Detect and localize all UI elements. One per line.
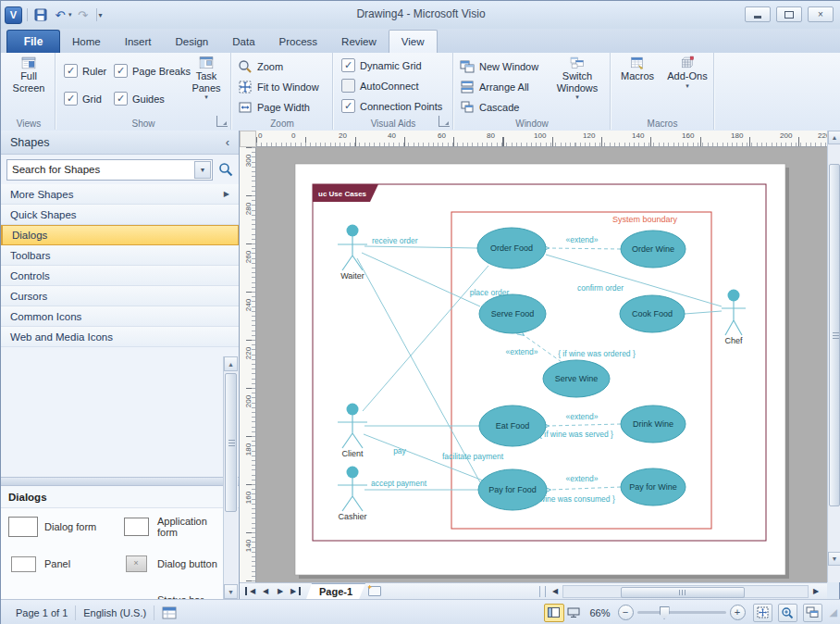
tab-design[interactable]: Design	[163, 31, 220, 53]
horizontal-scrollbar-thumb[interactable]	[621, 587, 745, 598]
tab-data[interactable]: Data	[220, 31, 266, 53]
use-case-cook-food: Cook Food	[620, 295, 685, 332]
use-case-serve-wine: Serve Wine	[543, 360, 610, 397]
zoom-slider[interactable]	[637, 611, 726, 614]
visio-app-icon[interactable]: V	[5, 6, 22, 24]
fit-to-window-button[interactable]: Fit to Window	[238, 79, 319, 94]
stencil-scrollbar[interactable]: ▲ ▼	[223, 356, 238, 599]
page-width-button[interactable]: Page Width	[238, 99, 310, 115]
dialog-button-icon: ×	[121, 555, 151, 572]
drawing-canvas[interactable]: uc Use Cases System boundary	[256, 147, 827, 582]
stencil-tab-common-icons[interactable]: Common Icons	[1, 306, 239, 327]
restore-button[interactable]	[776, 6, 802, 22]
fit-page-button[interactable]	[753, 604, 772, 622]
next-page-button[interactable]: ▶	[273, 587, 288, 595]
guides-checkbox[interactable]: ✓ Guides	[114, 92, 165, 106]
tab-process[interactable]: Process	[267, 31, 330, 53]
shape-search-row: ▼	[1, 155, 239, 184]
undo-button[interactable]: ↶	[52, 6, 68, 23]
dropdown-icon: ▾	[575, 94, 579, 101]
search-dropdown-icon[interactable]: ▼	[194, 161, 211, 179]
boundary-label: System boundary	[612, 215, 678, 224]
switch-windows-status-button[interactable]	[803, 604, 822, 622]
scroll-down-icon[interactable]: ▼	[224, 584, 238, 599]
stencil-tab-quick-shapes[interactable]: Quick Shapes	[1, 205, 239, 225]
tab-review[interactable]: Review	[329, 31, 389, 53]
page-breaks-checkbox[interactable]: ✓ Page Breaks	[114, 64, 191, 78]
canvas-scrollbar-thumb[interactable]	[829, 164, 840, 506]
last-page-button[interactable]: ▶	[288, 587, 301, 595]
customize-qat-icon[interactable]: ▾	[99, 11, 103, 19]
stencil-tab-toolbars[interactable]: Toolbars	[1, 245, 239, 266]
canvas-horizontal-scrollbar[interactable]	[562, 585, 809, 598]
zoom-slider-thumb[interactable]	[660, 606, 670, 619]
full-screen-view-button[interactable]	[564, 605, 583, 621]
zoom-out-button[interactable]: −	[618, 605, 634, 620]
canvas-vertical-scrollbar[interactable]: ▲ ▼	[827, 131, 840, 582]
zoom-level[interactable]: 66%	[590, 607, 611, 618]
connection-points-checkbox[interactable]: ✓ Connection Points	[341, 99, 442, 113]
previous-page-button[interactable]: ◀	[258, 587, 273, 595]
panel-splitter[interactable]	[1, 477, 239, 486]
resize-grip-icon[interactable]: ◢	[830, 606, 837, 618]
svg-text:Drink Wine: Drink Wine	[633, 419, 673, 429]
svg-text:«extend»: «extend»	[566, 412, 599, 421]
language-status[interactable]: English (U.S.)	[83, 607, 146, 618]
insert-page-button[interactable]	[365, 585, 384, 598]
master-dialog-button[interactable]: ×Dialog button	[114, 555, 223, 572]
stencil-tab-controls[interactable]: Controls	[1, 266, 239, 286]
collapse-panel-icon[interactable]: ‹	[226, 135, 229, 149]
zoom-button[interactable]: Zoom	[238, 58, 283, 74]
page-tab[interactable]: Page-1	[306, 583, 365, 599]
stencil-scrollbar-thumb[interactable]	[225, 373, 237, 512]
grid-checkbox[interactable]: ✓ Grid	[64, 92, 102, 106]
add-ons-button[interactable]: Add-Ons ▾	[663, 56, 711, 90]
cascade-button[interactable]: Cascade	[460, 99, 519, 115]
save-button[interactable]	[32, 6, 49, 23]
macros-button[interactable]: Macros	[613, 56, 661, 82]
first-page-button[interactable]: ◀	[245, 587, 258, 595]
scrollbar-splitter[interactable]	[539, 586, 546, 597]
svg-text:Pay for Wine: Pay for Wine	[629, 482, 677, 492]
scroll-right-icon[interactable]: ▶	[809, 587, 823, 595]
tab-insert[interactable]: Insert	[113, 31, 164, 53]
scroll-down-icon[interactable]: ▼	[828, 552, 840, 566]
svg-text:Cashier: Cashier	[338, 512, 366, 521]
macro-record-icon[interactable]	[162, 606, 177, 619]
zoom-in-button[interactable]: +	[730, 605, 746, 620]
scroll-up-icon[interactable]: ▲	[224, 356, 238, 371]
stencil-tab-web-media-icons[interactable]: Web and Media Icons	[1, 327, 239, 347]
ruler-checkbox[interactable]: ✓ Ruler	[64, 64, 106, 78]
tab-file[interactable]: File	[6, 30, 60, 53]
shape-search-box[interactable]: ▼	[6, 159, 213, 181]
tab-home[interactable]: Home	[60, 31, 113, 53]
task-panes-button[interactable]: Task Panes ▾	[184, 56, 229, 101]
autoconnect-checkbox[interactable]: AutoConnect	[341, 79, 419, 93]
undo-dropdown-icon[interactable]: ▾	[68, 11, 72, 19]
scroll-left-icon[interactable]: ◀	[548, 587, 562, 595]
stencil-tab-more-shapes[interactable]: More Shapes ▶	[1, 184, 239, 205]
full-screen-button[interactable]: Full Screen	[3, 56, 55, 94]
new-window-button[interactable]: New Window	[460, 58, 538, 74]
shapes-panel-header: Shapes ‹	[1, 131, 239, 155]
close-button[interactable]: ×	[808, 6, 834, 22]
master-application-form[interactable]: Application form	[114, 516, 223, 538]
dynamic-grid-checkbox[interactable]: ✓ Dynamic Grid	[341, 58, 422, 72]
page-count-status[interactable]: Page 1 of 1	[16, 607, 68, 618]
normal-view-button[interactable]	[544, 604, 564, 622]
stencil-tab-cursors[interactable]: Cursors	[1, 286, 239, 306]
visual-aids-dialog-launcher-icon[interactable]	[439, 116, 450, 127]
search-input[interactable]	[7, 164, 194, 175]
arrange-all-button[interactable]: Arrange All	[460, 79, 529, 94]
switch-windows-button[interactable]: Switch Windows ▾	[550, 56, 604, 101]
zoom-window-button[interactable]	[778, 604, 797, 622]
master-panel[interactable]: Panel	[1, 556, 114, 572]
redo-button[interactable]: ↷	[75, 6, 92, 23]
stencil-tab-dialogs[interactable]: Dialogs	[1, 225, 239, 245]
tab-view[interactable]: View	[389, 30, 438, 53]
minimize-button[interactable]	[745, 6, 771, 22]
master-dialog-form[interactable]: Dialog form	[1, 517, 114, 537]
search-icon[interactable]	[218, 162, 233, 177]
scroll-up-icon[interactable]: ▲	[828, 131, 840, 144]
show-dialog-launcher-icon[interactable]	[216, 116, 228, 127]
